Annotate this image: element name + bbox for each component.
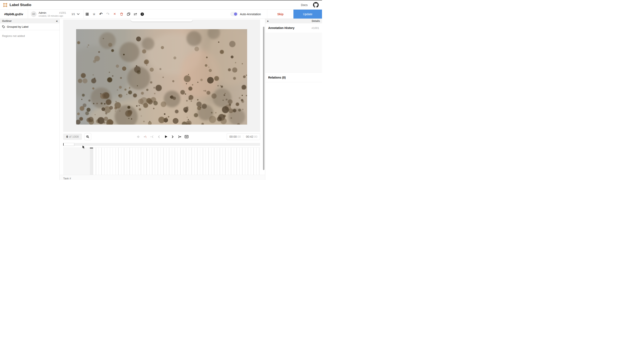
toolbar-right: Auto-Annotation Skip Update bbox=[230, 9, 322, 18]
timeline-collapse-icon bbox=[184, 135, 188, 139]
expand-right-icon[interactable]: ▶ bbox=[267, 20, 269, 22]
timeline-collapse-button[interactable] bbox=[184, 135, 188, 139]
app-header: Label Studio Docs bbox=[0, 0, 322, 9]
relations-row[interactable]: Relations (0) bbox=[265, 73, 322, 82]
tag-icon bbox=[2, 25, 5, 28]
time-display: 00:00:00 00:42:00 bbox=[227, 133, 260, 140]
ground-truth-star-button[interactable]: ★ bbox=[91, 9, 98, 19]
sliders-icon bbox=[134, 12, 137, 16]
time-total: 00:42:00 bbox=[244, 135, 260, 138]
regions-empty-text: Regions not added bbox=[2, 34, 60, 37]
duplicate-annotation-button[interactable] bbox=[125, 9, 132, 19]
time-current: 00:00:00 bbox=[227, 135, 244, 138]
video-frame bbox=[76, 29, 247, 125]
label-studio-logo bbox=[3, 3, 8, 7]
annotation-id: #1001 bbox=[59, 11, 66, 14]
auto-annotation-label: Auto-Annotation bbox=[240, 12, 261, 16]
content-area: Outliner ◀ Grouped by Label Regions not … bbox=[0, 19, 322, 180]
details-title: Details bbox=[312, 19, 320, 22]
prev-frame-icon bbox=[157, 135, 161, 139]
auto-annotation-toggle[interactable] bbox=[230, 12, 238, 16]
keypoint-add-button[interactable] bbox=[136, 135, 140, 139]
next-keypoint-button[interactable] bbox=[178, 135, 182, 139]
outliner-panel: Outliner ◀ Grouped by Label Regions not … bbox=[0, 19, 60, 180]
keypoint-remove-icon bbox=[143, 135, 147, 139]
annotation-history-id: #1001 bbox=[312, 26, 319, 29]
annotation-stage: 0 of 1008 bbox=[60, 19, 265, 180]
video-canvas[interactable] bbox=[76, 29, 247, 125]
vertical-scrollbar[interactable] bbox=[263, 27, 264, 170]
user-name: Admin bbox=[38, 11, 46, 14]
star-icon: ★ bbox=[92, 12, 96, 16]
user-block: Admin #1001 created, 19 minutes ago bbox=[38, 11, 66, 17]
magnifier-plus-icon bbox=[86, 135, 90, 139]
duplicate-icon bbox=[126, 12, 130, 16]
frame-counter[interactable]: 0 of 1008 bbox=[63, 134, 82, 140]
app-title: Label Studio bbox=[10, 3, 31, 7]
reset-button[interactable]: ✕ bbox=[111, 9, 118, 19]
annotation-history-label: Annotation History bbox=[268, 26, 294, 29]
undo-button[interactable]: ↶ bbox=[98, 9, 104, 19]
frame-current: 0 bbox=[66, 135, 68, 138]
grid-icon bbox=[85, 12, 89, 16]
details-panel: ▶ Details Annotation History #1001 Relat… bbox=[265, 19, 322, 180]
toolbar-left: #9pb8Lgs2iv AD Admin #1001 created, 19 m… bbox=[0, 9, 146, 18]
floating-toolbar bbox=[131, 19, 192, 21]
prev-keypoint-icon bbox=[150, 135, 154, 139]
timeline-scrollbar[interactable] bbox=[63, 143, 260, 146]
timeline-frames-grid[interactable] bbox=[93, 148, 260, 175]
label-studio-app: Label Studio Docs #9pb8Lgs2iv AD Admin #… bbox=[0, 0, 322, 180]
relations-label: Relations (0) bbox=[268, 76, 286, 79]
video-controls: 0 of 1008 bbox=[60, 132, 265, 142]
outliner-header: Outliner ◀ bbox=[0, 19, 60, 23]
keypoint-remove-button[interactable] bbox=[143, 135, 147, 139]
created-timestamp: created, 19 minutes ago bbox=[38, 14, 66, 17]
toggle-knob bbox=[234, 12, 237, 16]
prev-keypoint-button[interactable] bbox=[150, 135, 154, 139]
redo-button[interactable]: ↷ bbox=[104, 9, 111, 19]
close-icon: ✕ bbox=[114, 12, 116, 16]
annotation-pager[interactable]: 1/1 bbox=[72, 13, 80, 16]
update-button[interactable]: Update bbox=[294, 9, 322, 18]
video-panel bbox=[63, 19, 260, 132]
task-label: Task # bbox=[63, 177, 71, 180]
header-right: Docs bbox=[301, 2, 319, 8]
outliner-title: Outliner bbox=[2, 19, 12, 22]
docs-link[interactable]: Docs bbox=[301, 3, 308, 7]
frame-total: of 1008 bbox=[69, 135, 79, 138]
undo-icon: ↶ bbox=[99, 12, 102, 16]
timeline-lead-area bbox=[63, 148, 90, 175]
play-button[interactable] bbox=[164, 135, 168, 139]
group-by-label-control[interactable]: Grouped by Label bbox=[0, 23, 60, 30]
delete-annotation-button[interactable] bbox=[118, 9, 125, 19]
timeline-playhead[interactable] bbox=[90, 148, 93, 175]
info-icon bbox=[140, 12, 144, 16]
timeline-scrollbar-thumb[interactable] bbox=[63, 143, 74, 146]
settings-sliders-button[interactable] bbox=[132, 9, 139, 19]
task-row: Task # bbox=[60, 175, 265, 180]
redo-icon: ↷ bbox=[106, 12, 110, 16]
auto-annotation-control: Auto-Annotation bbox=[230, 9, 267, 18]
play-icon bbox=[164, 135, 168, 139]
annotation-history-content bbox=[265, 32, 322, 73]
grid-view-button[interactable] bbox=[84, 9, 91, 19]
brand: Label Studio bbox=[3, 3, 31, 7]
pager-count: 1/1 bbox=[72, 13, 75, 16]
divider bbox=[28, 9, 28, 18]
annotation-history-row[interactable]: Annotation History #1001 bbox=[265, 23, 322, 32]
timeline bbox=[63, 147, 260, 175]
prev-frame-button[interactable] bbox=[157, 135, 161, 139]
next-frame-button[interactable] bbox=[170, 135, 175, 139]
next-frame-icon bbox=[171, 135, 175, 139]
trash-icon bbox=[120, 12, 124, 16]
chevron-down-icon bbox=[77, 13, 80, 15]
info-button[interactable] bbox=[139, 9, 146, 19]
collapse-left-icon[interactable]: ◀ bbox=[56, 20, 57, 22]
keypoint-add-icon bbox=[136, 135, 140, 139]
next-keypoint-icon bbox=[178, 135, 182, 139]
avatar[interactable]: AD bbox=[31, 11, 36, 17]
github-icon[interactable] bbox=[313, 2, 319, 8]
skip-button[interactable]: Skip bbox=[267, 9, 294, 18]
zoom-in-button[interactable] bbox=[84, 133, 91, 140]
playback-controls bbox=[136, 135, 188, 139]
